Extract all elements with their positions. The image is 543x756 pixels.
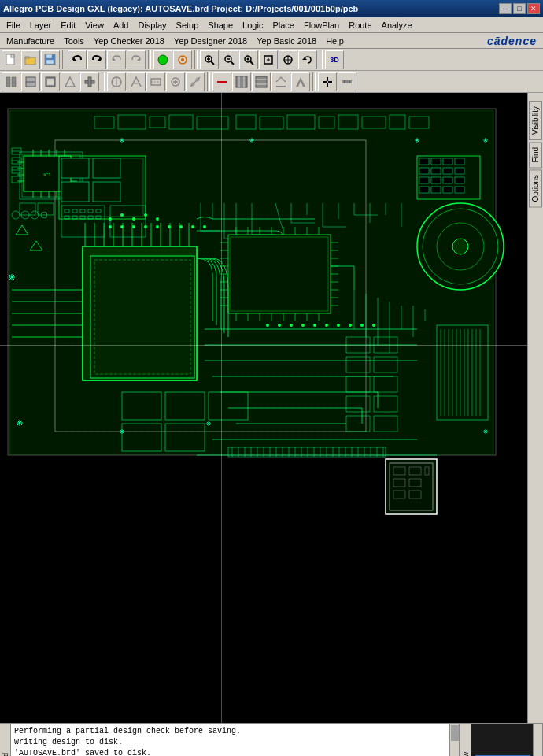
svg-rect-67: [342, 80, 352, 83]
tb2-btn8[interactable]: [146, 72, 165, 91]
menu-setup[interactable]: Setup: [172, 19, 204, 32]
right-panel: Visibility Find Options: [527, 93, 543, 723]
menu-logic[interactable]: Logic: [238, 19, 268, 32]
3d-button[interactable]: 3D: [325, 50, 344, 69]
tb2-btn2[interactable]: [21, 72, 40, 91]
menu-bar-1: File Layer Edit View Add Display Setup S…: [0, 17, 543, 33]
options-tab[interactable]: Options: [529, 169, 542, 207]
visibility-tab[interactable]: Visibility: [529, 101, 542, 140]
worldview-canvas[interactable]: [471, 724, 542, 756]
menu-edit[interactable]: Edit: [56, 19, 80, 32]
spin-button[interactable]: [298, 50, 317, 69]
tb2-btn11[interactable]: [212, 72, 231, 91]
tb2-btn12[interactable]: [232, 72, 251, 91]
log-content[interactable]: Performing a partial design check before…: [11, 724, 449, 756]
redo-button[interactable]: [87, 50, 106, 69]
svg-rect-2: [11, 54, 14, 57]
svg-point-12: [158, 55, 168, 65]
open-button[interactable]: [21, 50, 40, 69]
menu-yep-designer[interactable]: Yep Designer 2018: [169, 35, 252, 47]
svg-line-23: [250, 61, 253, 65]
svg-rect-174: [443, 168, 452, 174]
worldview-scrollbar[interactable]: [533, 724, 542, 756]
svg-point-226: [120, 225, 124, 228]
tb2-btn14[interactable]: [272, 72, 290, 91]
svg-point-231: [179, 225, 183, 228]
menu-view[interactable]: View: [80, 19, 109, 32]
svg-rect-53: [236, 76, 247, 87]
menu-yep-basic[interactable]: Yep Basic 2018: [252, 35, 321, 47]
log-scroll-thumb[interactable]: [451, 725, 459, 741]
menu-route[interactable]: Route: [344, 19, 376, 32]
minimize-button[interactable]: ─: [499, 3, 512, 14]
zoom-center-button[interactable]: [279, 50, 297, 69]
svg-rect-7: [46, 60, 54, 64]
svg-point-232: [191, 225, 194, 228]
svg-rect-169: [431, 158, 441, 165]
tb2-btn1[interactable]: [2, 72, 20, 91]
svg-marker-31: [302, 57, 307, 60]
tb2-btn3[interactable]: [41, 72, 60, 91]
menu-yep-checker[interactable]: Yep Checker 2018: [89, 35, 169, 47]
svg-rect-176: [419, 177, 429, 183]
tb2-btn4[interactable]: [61, 72, 79, 91]
new-button[interactable]: [2, 50, 20, 69]
pcb-board-svg[interactable]: IC1: [0, 93, 527, 723]
close-button[interactable]: ✕: [527, 3, 540, 14]
undo-button[interactable]: [68, 50, 87, 69]
log-line-3: 'AUTOSAVE.brd' saved to disk.: [14, 748, 446, 756]
add-connect-button[interactable]: [153, 50, 172, 69]
toolbar-sep-3: [194, 50, 198, 69]
main-area: IC1: [0, 93, 543, 723]
tb2-btn13[interactable]: [252, 72, 271, 91]
tb2-btn17[interactable]: [338, 72, 356, 91]
menu-help[interactable]: Help: [321, 35, 349, 47]
svg-rect-170: [443, 158, 452, 165]
svg-point-245: [337, 324, 340, 327]
svg-rect-171: [455, 158, 464, 165]
zoom-world-button[interactable]: [239, 50, 258, 69]
svg-rect-182: [443, 187, 452, 193]
tb2-btn9[interactable]: [166, 72, 185, 91]
svg-rect-184: [228, 235, 331, 313]
svg-point-233: [203, 225, 206, 228]
tb2-btn10[interactable]: [186, 72, 205, 91]
svg-rect-140: [61, 182, 89, 202]
find-tab[interactable]: Find: [529, 142, 542, 168]
menu-place[interactable]: Place: [268, 19, 299, 32]
svg-point-243: [313, 324, 316, 327]
svg-point-24: [247, 57, 249, 60]
tb2-btn16[interactable]: [318, 72, 337, 91]
redo2-button[interactable]: [127, 50, 146, 69]
tb2-btn6[interactable]: [107, 72, 126, 91]
save-button[interactable]: [41, 50, 60, 69]
zoom-fit-button[interactable]: [259, 50, 278, 69]
log-line-2: Writing design to disk.: [14, 737, 446, 748]
svg-rect-179: [455, 177, 464, 183]
menu-bar-2: Manufacture Tools Yep Checker 2018 Yep D…: [0, 33, 543, 49]
menu-display[interactable]: Display: [133, 19, 171, 32]
svg-point-238: [156, 217, 159, 220]
menu-analyze[interactable]: Analyze: [377, 19, 417, 32]
tb2-btn7[interactable]: [127, 72, 146, 91]
menu-layer[interactable]: Layer: [25, 19, 57, 32]
pcb-canvas[interactable]: IC1: [0, 93, 527, 723]
svg-line-20: [231, 61, 234, 65]
menu-tools[interactable]: Tools: [59, 35, 89, 47]
menu-shape[interactable]: Shape: [203, 19, 238, 32]
zoom-in-button[interactable]: [200, 50, 219, 69]
menu-manufacture[interactable]: Manufacture: [2, 35, 59, 47]
log-scrollbar[interactable]: [449, 724, 459, 756]
tb2-btn15[interactable]: [291, 72, 310, 91]
window-title: Allegro PCB Design GXL (legacy): AUTOSAV…: [3, 4, 358, 13]
log-label: Command: [0, 724, 11, 756]
menu-flowplan[interactable]: FlowPlan: [299, 19, 344, 32]
ratsnest-button[interactable]: [173, 50, 192, 69]
undo2-button[interactable]: [107, 50, 126, 69]
menu-add[interactable]: Add: [109, 19, 134, 32]
zoom-out-button[interactable]: [220, 50, 238, 69]
tb2-btn5[interactable]: [80, 72, 99, 91]
maximize-button[interactable]: □: [513, 3, 526, 14]
svg-point-242: [301, 324, 305, 327]
menu-file[interactable]: File: [2, 19, 25, 32]
